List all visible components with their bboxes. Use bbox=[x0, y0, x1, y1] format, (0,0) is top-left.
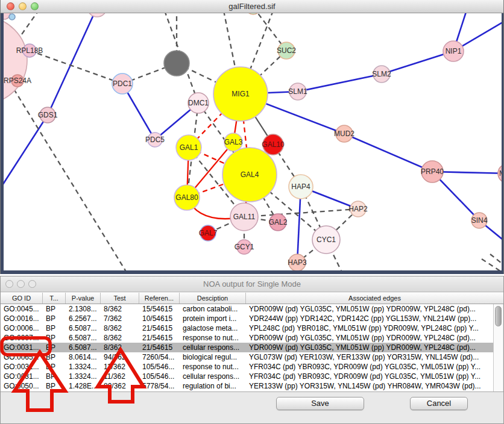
table-cell: 8/362 bbox=[101, 323, 139, 333]
table-cell: BP bbox=[43, 362, 66, 372]
graph-node-label: GAL1 bbox=[180, 143, 198, 152]
zoom-button[interactable] bbox=[28, 280, 36, 288]
table-row[interactable]: GO:0050...BP1.428E...80/3625778/54...reg… bbox=[1, 381, 494, 391]
graph-node-label: HAP2 bbox=[348, 205, 368, 213]
table-cell: YDR009W (pd) YGL035C, YML051W (pp) YDR00… bbox=[246, 343, 494, 352]
table-cell: BP bbox=[43, 372, 66, 381]
zoom-button[interactable] bbox=[31, 2, 39, 10]
graph-edge[interactable] bbox=[14, 89, 127, 270]
graph-node-label: GAL80 bbox=[175, 193, 198, 202]
graph-node-label: PDC5 bbox=[145, 136, 165, 144]
column-header-test[interactable]: Test bbox=[101, 293, 139, 304]
column-header-associated-edges[interactable]: Associated edges bbox=[246, 293, 503, 304]
table-cell: 8/362 bbox=[101, 333, 139, 343]
network-window: galFiltered.sif RPL18BRPS24AGDS1PDC1PDC5… bbox=[0, 0, 504, 274]
table-cell: BP bbox=[43, 314, 66, 323]
table-cell: YFR034C (pd) YBR093C, YDR009W (pd) YGL03… bbox=[246, 372, 494, 381]
graph-node-label: CYC1 bbox=[317, 235, 336, 244]
table-row[interactable]: GO:0006...BP6.5087...8/36221/54615galact… bbox=[1, 323, 494, 333]
graph-node-label: RPS24A bbox=[4, 76, 31, 85]
graph-edge[interactable] bbox=[30, 51, 122, 84]
table-cell: GO:0031... bbox=[1, 372, 43, 381]
table-cell: galactose meta... bbox=[180, 323, 246, 333]
table-cell: GO:0031... bbox=[1, 362, 43, 372]
noa-output-window: NOA output for Single Mode GO IDT...P-va… bbox=[0, 276, 504, 424]
table-cell: YDR009W (pd) YGL035C, YML051W (pp) YDR00… bbox=[246, 304, 494, 314]
graph-node-grayNode[interactable] bbox=[164, 51, 189, 76]
table-cell: 8.0614... bbox=[66, 352, 101, 362]
table-row[interactable]: GO:0007...BP6.5087...8/36221/54615respon… bbox=[1, 333, 494, 343]
table-cell: 1.3324... bbox=[66, 362, 101, 372]
table-cell: 8/362 bbox=[101, 343, 139, 352]
table-cell: 21/54615 bbox=[139, 323, 180, 333]
column-header-go-id[interactable]: GO ID bbox=[1, 293, 43, 304]
column-header-p-value[interactable]: P-value bbox=[66, 293, 101, 304]
graph-node-label: GAL2 bbox=[269, 218, 288, 226]
graph-node-label: GAL11 bbox=[233, 213, 256, 221]
graph-node-label: RPL18B bbox=[16, 46, 43, 55]
graph-node-topPink[interactable] bbox=[87, 13, 107, 17]
table-cell: 6.5087... bbox=[66, 343, 101, 352]
table-cell: protein import i... bbox=[180, 314, 246, 323]
graph-node-label: NIP1 bbox=[446, 47, 462, 55]
table-cell: GO:0065... bbox=[1, 352, 43, 362]
table-cell: response to nut... bbox=[180, 333, 246, 343]
table-row[interactable]: GO:0031...BP6.5087...8/36221/54615cellul… bbox=[1, 343, 494, 352]
graph-node-label: SLM1 bbox=[288, 87, 307, 96]
table-cell: YDR009W (pd) YGL035C, YML051W (pp) YDR00… bbox=[246, 333, 494, 343]
table-cell: 8/362 bbox=[101, 304, 139, 314]
graph-node-corner2[interactable] bbox=[9, 14, 15, 20]
graph-node-label: GAL7 bbox=[199, 229, 218, 237]
graph-node-label: GCY1 bbox=[235, 243, 254, 251]
graph-edge[interactable] bbox=[48, 13, 97, 115]
graph-edge[interactable] bbox=[19, 13, 39, 39]
graph-edge[interactable] bbox=[4, 115, 48, 188]
window-controls bbox=[5, 280, 36, 288]
table-cell: 11/362 bbox=[101, 362, 139, 372]
save-button[interactable]: Save bbox=[276, 397, 364, 410]
graph-node-label: PRP40 bbox=[421, 167, 444, 176]
table-row[interactable]: GO:0031...BP1.3324...11/362105/546...cel… bbox=[1, 372, 494, 381]
table-row[interactable]: GO:0045...BP2.1308...8/36215/54615carbon… bbox=[1, 304, 494, 314]
table-bottom-border bbox=[1, 391, 503, 392]
cancel-button[interactable]: Cancel bbox=[410, 397, 468, 410]
column-header-t-[interactable]: T... bbox=[43, 293, 66, 304]
table-cell: GO:0006... bbox=[1, 323, 43, 333]
minimize-button[interactable] bbox=[19, 2, 27, 10]
table-cell: response to nut... bbox=[180, 362, 246, 372]
graph-node-label: PDC1 bbox=[113, 80, 132, 88]
close-button[interactable] bbox=[5, 280, 13, 288]
table-cell: BP bbox=[43, 343, 66, 352]
graph-edge[interactable] bbox=[382, 51, 453, 74]
network-canvas[interactable]: RPL18BRPS24AGDS1PDC1PDC5MIG1DMC1SUC2SLM1… bbox=[4, 13, 502, 270]
minimize-button[interactable] bbox=[17, 280, 25, 288]
graph-edge[interactable] bbox=[298, 74, 382, 92]
table-row[interactable]: GO:0016...BP6.2567...7/36210/54615protei… bbox=[1, 314, 494, 323]
graph-node-label: GAL3 bbox=[224, 138, 243, 146]
column-header-desciption[interactable]: Desciption bbox=[180, 293, 246, 304]
scrollbar-thumb[interactable] bbox=[495, 306, 502, 326]
graph-node-label: GDS1 bbox=[38, 111, 58, 119]
table-row[interactable]: GO:0065...BP8.0614...94/3627260/54...bio… bbox=[1, 352, 494, 362]
table-cell: 1.428E... bbox=[66, 381, 101, 391]
table-cell: GO:0045... bbox=[1, 304, 43, 314]
table-cell: BP bbox=[43, 323, 66, 333]
close-button[interactable] bbox=[7, 2, 14, 10]
table-cell: YGL073W (pd) YER103W, YER133W (pp) YOR31… bbox=[246, 352, 494, 362]
network-window-titlebar[interactable]: galFiltered.sif bbox=[1, 0, 503, 13]
table-cell: 10/54615 bbox=[139, 314, 180, 323]
noa-window-titlebar[interactable]: NOA output for Single Mode bbox=[1, 276, 503, 292]
table-cell: YPL248C (pd) YBR018C, YML051W (pp) YDR00… bbox=[246, 323, 494, 333]
graph-edge[interactable] bbox=[344, 134, 432, 172]
table-cell: 11/362 bbox=[101, 372, 139, 381]
graph-node-bigpink[interactable] bbox=[4, 17, 27, 104]
table-cell: 105/546... bbox=[139, 372, 180, 381]
table-cell: 105/546... bbox=[139, 362, 180, 372]
graph-edge[interactable] bbox=[244, 209, 358, 217]
table-cell: YDR244W (pp) YDR142C, YDR142C (pp) YGL15… bbox=[246, 314, 494, 323]
scrollbar[interactable] bbox=[493, 304, 503, 391]
table-row[interactable]: GO:0031...BP1.3324...11/362105/546...res… bbox=[1, 362, 494, 372]
table-cell: 2.1308... bbox=[66, 304, 101, 314]
table-cell: 6.5087... bbox=[66, 323, 101, 333]
column-header-referen-[interactable]: Referen... bbox=[139, 293, 180, 304]
